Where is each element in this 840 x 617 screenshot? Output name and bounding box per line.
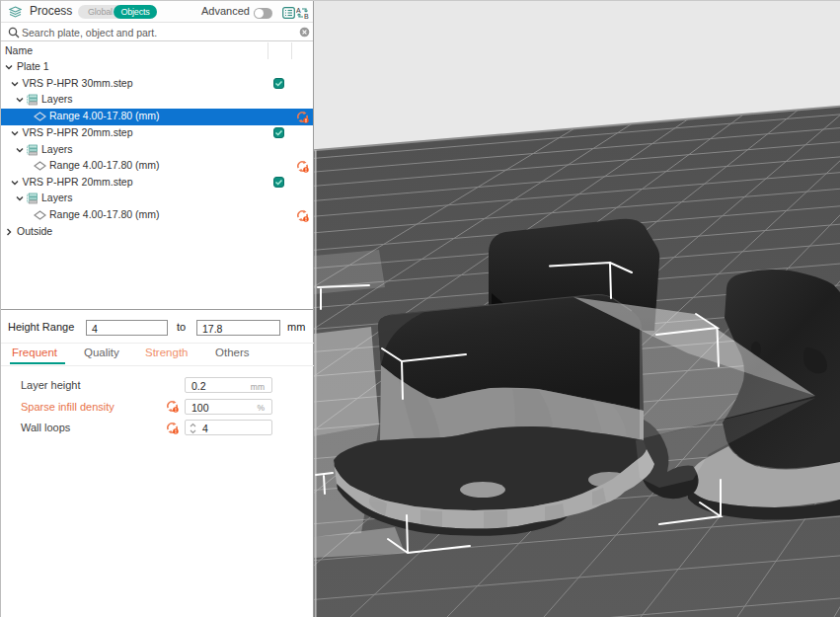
svg-text:B: B (304, 13, 309, 20)
svg-text:A: A (296, 7, 301, 14)
